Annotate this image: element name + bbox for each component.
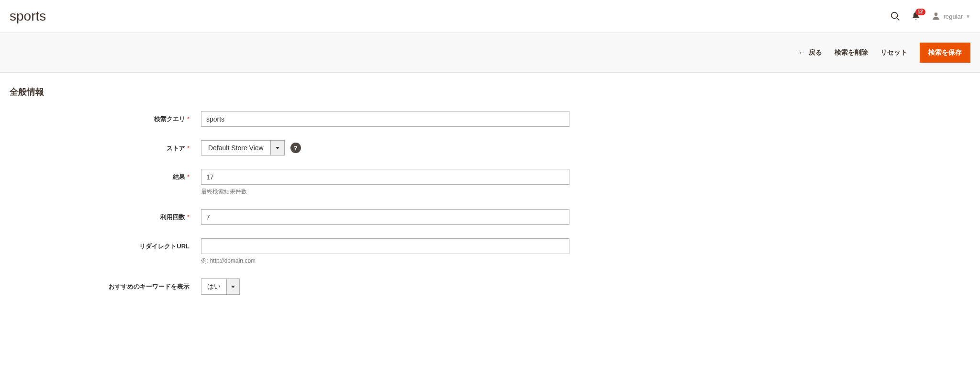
redirect-helper: 例: http://domain.com	[201, 257, 569, 265]
label-search-query: 検索クエリ*	[10, 111, 201, 123]
suggest-select[interactable]: はい	[201, 278, 240, 295]
label-store: ストア*	[10, 140, 201, 153]
delete-search-button[interactable]: 検索を削除	[835, 48, 868, 57]
back-label: 戻る	[809, 48, 822, 57]
row-redirect: リダイレクトURL 例: http://domain.com	[10, 238, 970, 265]
notification-bell-icon[interactable]: 12	[911, 11, 921, 21]
user-menu[interactable]: regular ▼	[931, 11, 970, 22]
content: 全般情報 検索クエリ* ストア* Default Store View ? 結果…	[0, 73, 980, 322]
required-star: *	[187, 173, 189, 180]
store-select[interactable]: Default Store View	[201, 140, 285, 156]
delete-label: 検索を削除	[835, 48, 868, 57]
row-uses: 利用回数*	[10, 209, 970, 225]
chevron-down-icon: ▼	[966, 14, 970, 19]
required-star: *	[187, 213, 189, 221]
username-label: regular	[944, 13, 963, 20]
label-uses: 利用回数*	[10, 209, 201, 222]
action-bar: ← 戻る 検索を削除 リセット 検索を保存	[0, 33, 980, 73]
results-helper: 最終検索結果件数	[201, 188, 569, 196]
row-store: ストア* Default Store View ?	[10, 140, 970, 156]
notification-badge: 12	[915, 9, 925, 15]
svg-point-0	[891, 12, 897, 19]
required-star: *	[187, 145, 189, 152]
results-input[interactable]	[201, 169, 569, 185]
section-title: 全般情報	[10, 86, 970, 98]
save-search-button[interactable]: 検索を保存	[920, 43, 970, 63]
row-suggest: おすすめのキーワードを表示 はい	[10, 278, 970, 295]
page-header: sports 12 regular ▼	[0, 0, 980, 33]
help-icon[interactable]: ?	[290, 143, 301, 153]
page-title: sports	[10, 9, 46, 24]
arrow-left-icon: ←	[798, 49, 805, 56]
suggest-dropdown-toggle[interactable]	[226, 278, 240, 295]
required-star: *	[187, 115, 189, 122]
uses-input[interactable]	[201, 209, 569, 225]
reset-button[interactable]: リセット	[880, 48, 907, 57]
svg-line-1	[896, 18, 899, 21]
svg-point-2	[934, 12, 937, 16]
row-search-query: 検索クエリ*	[10, 111, 970, 127]
user-icon	[931, 11, 941, 22]
back-button[interactable]: ← 戻る	[798, 48, 822, 57]
label-redirect: リダイレクトURL	[10, 238, 201, 251]
row-results: 結果* 最終検索結果件数	[10, 169, 970, 196]
header-right: 12 regular ▼	[890, 11, 970, 22]
store-selected-value: Default Store View	[201, 140, 270, 156]
reset-label: リセット	[880, 48, 907, 57]
label-suggest: おすすめのキーワードを表示	[10, 278, 201, 291]
store-dropdown-toggle[interactable]	[270, 140, 285, 156]
search-icon[interactable]	[890, 11, 901, 22]
suggest-selected-value: はい	[201, 278, 226, 295]
redirect-url-input[interactable]	[201, 238, 569, 254]
search-query-input[interactable]	[201, 111, 569, 127]
label-results: 結果*	[10, 169, 201, 181]
